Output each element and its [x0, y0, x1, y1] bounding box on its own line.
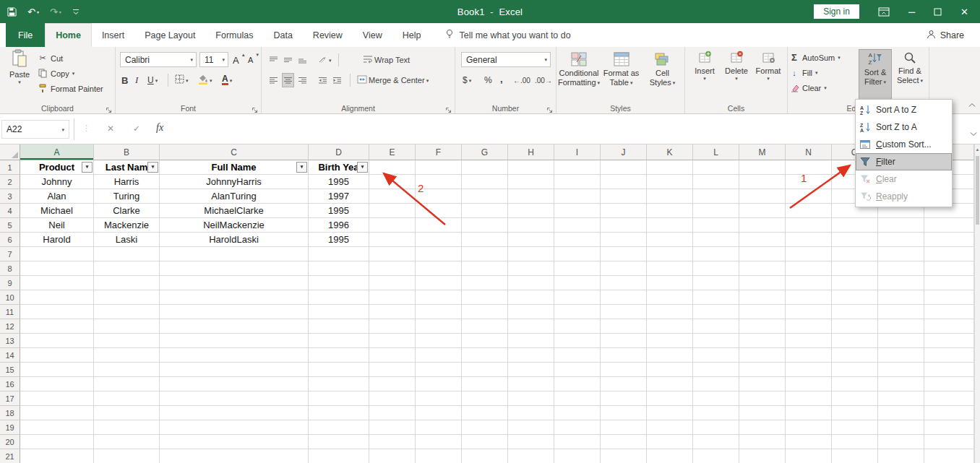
cell-G6[interactable] [462, 233, 508, 247]
cell-B2[interactable]: Harris [94, 175, 160, 189]
cell-L3[interactable] [693, 189, 739, 204]
cell-H20[interactable] [508, 435, 554, 449]
cell-A9[interactable] [20, 276, 94, 290]
cell-K5[interactable] [647, 218, 693, 233]
cell-O18[interactable] [832, 406, 878, 420]
cell-J19[interactable] [601, 420, 647, 435]
cell-M3[interactable] [739, 189, 786, 204]
column-header-D[interactable]: D [309, 144, 369, 160]
cell-P6[interactable] [878, 233, 924, 247]
cell-F12[interactable] [416, 319, 462, 334]
align-top-button[interactable] [267, 53, 280, 67]
cell-K2[interactable] [647, 175, 693, 189]
cell-A14[interactable] [20, 348, 94, 363]
cell-G15[interactable] [462, 363, 508, 377]
row-header-15[interactable]: 15 [0, 363, 20, 377]
cell-H9[interactable] [508, 276, 554, 290]
cell-C13[interactable] [160, 334, 309, 348]
cell-F9[interactable] [416, 276, 462, 290]
undo-button[interactable]: ↶▾ [27, 7, 39, 17]
cell-G7[interactable] [462, 247, 508, 261]
cell-B17[interactable] [94, 391, 160, 406]
cell-D11[interactable] [309, 305, 369, 319]
conditional-formatting-button[interactable]: Conditional Formatting▾ [558, 50, 600, 100]
cell-B7[interactable] [94, 247, 160, 261]
cell-K20[interactable] [647, 435, 693, 449]
cell-J5[interactable] [601, 218, 647, 233]
cell-D16[interactable] [309, 377, 369, 391]
cell-N12[interactable] [786, 319, 832, 334]
cell-F15[interactable] [416, 363, 462, 377]
align-right-button[interactable] [296, 73, 309, 87]
cell-A1[interactable]: Product▾ [20, 160, 94, 175]
cell-Q21[interactable] [924, 449, 974, 463]
cell-D21[interactable] [309, 449, 369, 463]
cell-A5[interactable]: Neil [20, 218, 94, 233]
cell-P9[interactable] [878, 276, 924, 290]
cell-F13[interactable] [416, 334, 462, 348]
cell-A12[interactable] [20, 319, 94, 334]
cell-C6[interactable]: HaroldLaski [160, 233, 309, 247]
cell-C11[interactable] [160, 305, 309, 319]
cell-G10[interactable] [462, 290, 508, 305]
cell-A17[interactable] [20, 391, 94, 406]
cell-E20[interactable] [369, 435, 416, 449]
cell-A20[interactable] [20, 435, 94, 449]
cell-K12[interactable] [647, 319, 693, 334]
tab-file[interactable]: File [6, 23, 45, 47]
cell-F14[interactable] [416, 348, 462, 363]
cell-B1[interactable]: Last Nam▾ [94, 160, 160, 175]
cell-G17[interactable] [462, 391, 508, 406]
cell-I21[interactable] [554, 449, 601, 463]
cell-H19[interactable] [508, 420, 554, 435]
cell-J9[interactable] [601, 276, 647, 290]
cell-P21[interactable] [878, 449, 924, 463]
cell-O20[interactable] [832, 435, 878, 449]
cell-O14[interactable] [832, 348, 878, 363]
cell-K15[interactable] [647, 363, 693, 377]
cell-H3[interactable] [508, 189, 554, 204]
cell-N1[interactable] [786, 160, 832, 175]
cell-F8[interactable] [416, 261, 462, 276]
cell-P16[interactable] [878, 377, 924, 391]
cell-E10[interactable] [369, 290, 416, 305]
row-header-10[interactable]: 10 [0, 290, 20, 305]
cell-Q10[interactable] [924, 290, 974, 305]
cell-N13[interactable] [786, 334, 832, 348]
cell-O17[interactable] [832, 391, 878, 406]
cell-M18[interactable] [739, 406, 786, 420]
cell-I12[interactable] [554, 319, 601, 334]
cell-I16[interactable] [554, 377, 601, 391]
cell-G8[interactable] [462, 261, 508, 276]
row-header-19[interactable]: 19 [0, 420, 20, 435]
cell-J10[interactable] [601, 290, 647, 305]
row-header-20[interactable]: 20 [0, 435, 20, 449]
cell-B15[interactable] [94, 363, 160, 377]
redo-button[interactable]: ↷▾ [50, 7, 61, 17]
italic-button[interactable]: I [134, 73, 139, 87]
cell-F3[interactable] [416, 189, 462, 204]
cell-J17[interactable] [601, 391, 647, 406]
cut-button[interactable]: ✂Cut [38, 51, 103, 66]
cell-N4[interactable] [786, 204, 832, 218]
increase-font-size-button[interactable]: A▲ [231, 53, 247, 67]
format-as-table-button[interactable]: Format as Table▾ [601, 50, 642, 100]
cancel-icon[interactable]: ✕ [107, 124, 114, 134]
tab-data[interactable]: Data [263, 23, 302, 47]
column-header-L[interactable]: L [693, 144, 739, 160]
cell-O11[interactable] [832, 305, 878, 319]
cell-M9[interactable] [739, 276, 786, 290]
cell-C8[interactable] [160, 261, 309, 276]
cell-C10[interactable] [160, 290, 309, 305]
cell-P15[interactable] [878, 363, 924, 377]
cell-I3[interactable] [554, 189, 601, 204]
cell-I19[interactable] [554, 420, 601, 435]
cell-D18[interactable] [309, 406, 369, 420]
row-header-3[interactable]: 3 [0, 189, 20, 204]
cell-Q5[interactable] [924, 218, 974, 233]
column-header-A[interactable]: A [20, 144, 94, 160]
cell-B9[interactable] [94, 276, 160, 290]
row-header-12[interactable]: 12 [0, 319, 20, 334]
cell-B19[interactable] [94, 420, 160, 435]
cell-H1[interactable] [508, 160, 554, 175]
